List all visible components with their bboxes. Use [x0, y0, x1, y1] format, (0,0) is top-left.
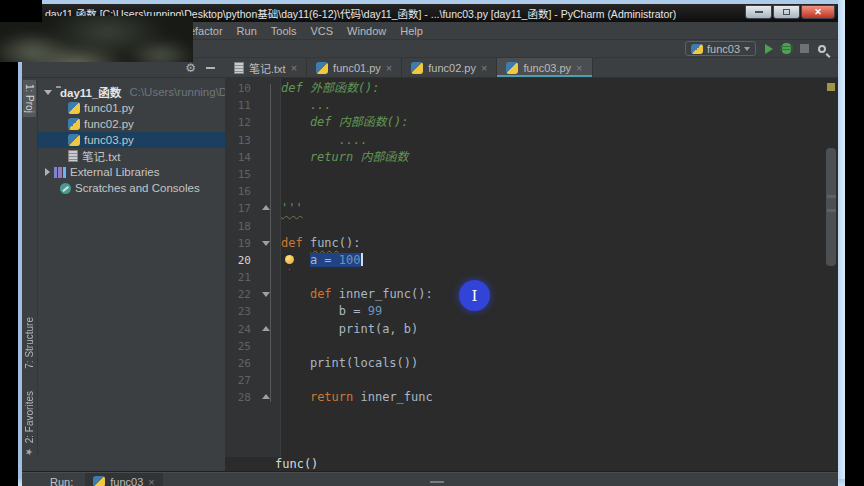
- code-line-17[interactable]: 17''': [225, 200, 824, 217]
- warning-stripe-mark[interactable]: [827, 83, 835, 91]
- code-line-12[interactable]: 12 def 内部函数():: [225, 114, 824, 131]
- tab-label: 笔记.txt: [249, 60, 286, 76]
- fold-up-icon[interactable]: [262, 394, 270, 399]
- code-line-19[interactable]: 19def func():: [225, 235, 824, 252]
- editor-scrollbar[interactable]: [824, 78, 838, 457]
- stop-button[interactable]: [800, 44, 809, 53]
- code-segment: ...: [281, 98, 332, 112]
- tab-笔记.txt[interactable]: 笔记.txt×: [225, 58, 307, 77]
- menu-item-help[interactable]: Help: [394, 24, 429, 38]
- chevron-right-icon[interactable]: [45, 168, 50, 176]
- code-line-26[interactable]: 26 print(locals()): [225, 355, 824, 372]
- tool-button-project[interactable]: 1: Proj: [23, 80, 36, 117]
- close-button[interactable]: ✕: [801, 5, 835, 19]
- minimize-button[interactable]: [745, 5, 772, 19]
- tree-item-func02.py[interactable]: func02.py: [38, 116, 225, 132]
- code-text: return inner_func: [281, 389, 433, 406]
- code-text: ''': [281, 200, 303, 217]
- line-number: 20: [225, 252, 255, 269]
- fold-up-icon[interactable]: [262, 205, 270, 210]
- code-text: def func():: [281, 235, 361, 252]
- code-line-28[interactable]: 28 return inner_func: [225, 389, 824, 406]
- close-icon: ✕: [814, 7, 822, 17]
- code-line-18[interactable]: 18: [225, 218, 824, 235]
- code-segment: 100: [339, 253, 361, 267]
- search-everywhere-button[interactable]: [818, 45, 826, 53]
- fold-column: [255, 303, 281, 320]
- code-line-10[interactable]: 10def 外部函数():: [225, 80, 824, 97]
- tree-item-external-libraries[interactable]: External Libraries: [38, 164, 225, 180]
- fold-down-icon[interactable]: [262, 241, 270, 246]
- fold-down-icon[interactable]: [262, 292, 270, 297]
- python-icon: [506, 62, 518, 74]
- code-line-11[interactable]: 11 ...: [225, 97, 824, 114]
- code-editor[interactable]: 10def 外部函数():11 ...12 def 内部函数():13 ....…: [225, 78, 838, 457]
- code-line-24[interactable]: 24 print(a, b): [225, 321, 824, 338]
- code-line-13[interactable]: 13 ....: [225, 132, 824, 149]
- menu-item-tools[interactable]: Tools: [265, 24, 303, 38]
- tree-item-label: func01.py: [84, 102, 134, 114]
- code-line-25[interactable]: 25: [225, 338, 824, 355]
- tool-button-favorites[interactable]: 2: Favorites: [23, 387, 36, 447]
- scrollbar-thumb[interactable]: [826, 148, 836, 266]
- stripe-mark[interactable]: [827, 195, 836, 198]
- chevron-down-icon[interactable]: [44, 90, 52, 95]
- hide-panel-icon[interactable]: [206, 67, 215, 69]
- close-icon[interactable]: ×: [576, 62, 582, 74]
- text-file-icon: [234, 62, 244, 74]
- intention-bulb-icon[interactable]: [285, 255, 294, 264]
- tree-item-func03.py[interactable]: func03.py: [38, 132, 225, 148]
- menu-item-window[interactable]: Window: [341, 24, 392, 38]
- code-line-16[interactable]: 16: [225, 183, 824, 200]
- code-segment: print(locals()): [281, 356, 418, 370]
- line-number: 22: [225, 286, 255, 303]
- menu-item-run[interactable]: Run: [231, 24, 263, 38]
- fold-column: [255, 114, 281, 131]
- code-text: print(locals()): [281, 355, 418, 372]
- code-line-14[interactable]: 14 return 内部函数: [225, 149, 824, 166]
- fold-up-icon[interactable]: [262, 326, 270, 331]
- code-line-23[interactable]: 23 b = 99: [225, 303, 824, 320]
- tree-root-label: day11_函数: [60, 84, 121, 100]
- debug-button[interactable]: [782, 43, 791, 54]
- code-line-20[interactable]: 20 a = 100: [225, 252, 824, 269]
- code-line-21[interactable]: 21: [225, 269, 824, 286]
- fold-column: [255, 200, 281, 217]
- tree-item-scratches[interactable]: Scratches and Consoles: [38, 180, 225, 196]
- fold-column: [255, 389, 281, 406]
- tab-func02.py[interactable]: func02.py×: [402, 58, 497, 77]
- code-line-27[interactable]: 27: [225, 372, 824, 389]
- run-configuration-selector[interactable]: func03: [685, 41, 756, 56]
- close-icon[interactable]: ×: [148, 476, 154, 486]
- tree-item-func01.py[interactable]: func01.py: [38, 100, 225, 116]
- maximize-button[interactable]: [773, 5, 800, 19]
- splitter-handle[interactable]: [430, 481, 444, 483]
- python-icon: [68, 102, 80, 114]
- stripe-mark[interactable]: [827, 209, 836, 212]
- menu-item-vcs[interactable]: VCS: [304, 24, 339, 38]
- fold-column: [255, 166, 281, 183]
- tree-item-笔记.txt[interactable]: 笔记.txt: [38, 148, 225, 164]
- tool-button-structure[interactable]: 7: Structure: [23, 313, 36, 373]
- scratches-icon: [60, 183, 71, 194]
- editor-last-line[interactable]: func(): [22, 457, 838, 472]
- run-button[interactable]: [765, 44, 773, 54]
- tab-label: func03.py: [523, 62, 571, 74]
- close-icon[interactable]: ×: [386, 62, 392, 74]
- code-line-22[interactable]: 22 def inner_func():: [225, 286, 824, 303]
- close-icon[interactable]: ×: [291, 62, 297, 74]
- code-line-15[interactable]: 15: [225, 166, 824, 183]
- line-number: 23: [225, 303, 255, 320]
- fold-column: [255, 372, 281, 389]
- code-segment: def: [310, 287, 339, 301]
- webcam-video: [0, 16, 193, 62]
- gear-icon[interactable]: ⚙: [185, 62, 196, 74]
- tree-root-day11[interactable]: day11_函数 C:\Users\running\Deskto: [38, 84, 225, 100]
- close-icon[interactable]: ×: [481, 62, 487, 74]
- run-tab-func03[interactable]: func03 ×: [85, 473, 162, 486]
- tab-func03.py[interactable]: func03.py×: [497, 58, 592, 77]
- line-number: 18: [225, 218, 255, 235]
- tab-func01.py[interactable]: func01.py×: [307, 58, 402, 77]
- fold-column: [255, 338, 281, 355]
- window-controls: ✕: [745, 5, 835, 19]
